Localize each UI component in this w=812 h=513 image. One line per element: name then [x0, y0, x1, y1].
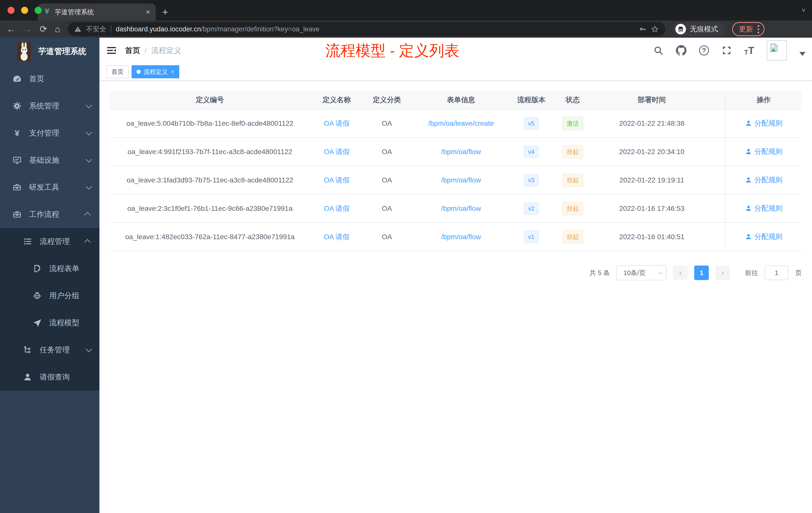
browser-chrome: 芋道管理系统 × + ˅ ← → ⟳ ⌂ 不安全 dashboard.yudao…	[0, 0, 812, 38]
definition-category: OA	[363, 205, 411, 213]
definition-category: OA	[363, 176, 411, 184]
assign-rule-button[interactable]: 分配规则	[745, 204, 783, 213]
sidebar-item-leave-query[interactable]: 请假查询	[0, 363, 99, 391]
sidebar-item-system[interactable]: 系统管理	[0, 92, 99, 119]
forward-icon[interactable]: →	[23, 25, 32, 34]
back-icon[interactable]: ←	[6, 25, 16, 34]
definition-table: 定义编号 定义名称 定义分类 表单信息 流程版本 状态 部署时间 操作 oa_l…	[110, 91, 802, 251]
status-badge: 挂起	[562, 174, 583, 187]
search-icon[interactable]	[653, 46, 663, 56]
definition-category: OA	[363, 148, 411, 156]
favicon-plant-icon	[43, 7, 51, 17]
sidebar-item-process-management[interactable]: 流程管理	[0, 228, 99, 255]
github-icon[interactable]	[676, 45, 687, 56]
assign-rule-button[interactable]: 分配规则	[745, 175, 783, 185]
org-tree-icon	[23, 345, 33, 355]
definition-name-link[interactable]: OA 请假	[324, 176, 350, 184]
deploy-time: 2022-01-16 01:40:51	[594, 233, 709, 241]
form-info-link[interactable]: /bpm/oa/leave/create	[428, 119, 494, 127]
goto-page-input[interactable]: 1	[764, 266, 789, 280]
sidebar-item-label: 用户分组	[49, 291, 79, 301]
sidebar-item-task-management[interactable]: 任务管理	[0, 336, 99, 363]
goto-label: 前往	[745, 269, 758, 277]
fixed-column-separator	[725, 91, 726, 251]
form-info-link[interactable]: /bpm/oa/flow	[441, 233, 481, 241]
form-info-link[interactable]: /bpm/oa/flow	[441, 176, 481, 184]
sidebar-fold-hamburger-icon[interactable]	[106, 45, 117, 56]
assign-rule-button[interactable]: 分配规则	[745, 118, 783, 128]
chevron-down-icon	[86, 346, 92, 352]
tab-search-chevron-icon[interactable]: ˅	[802, 6, 806, 14]
breadcrumb-home[interactable]: 首页	[125, 46, 140, 56]
definition-name-link[interactable]: OA 请假	[324, 233, 350, 241]
definition-name-link[interactable]: OA 请假	[324, 205, 350, 212]
sidebar-item-process-form[interactable]: 流程表单	[0, 255, 99, 282]
avatar-caret-down-icon[interactable]	[800, 52, 806, 56]
deploy-time: 2022-01-22 19:19:11	[594, 176, 709, 184]
update-label: 更新	[739, 24, 753, 34]
tag-home[interactable]: 首页	[107, 65, 128, 78]
version-badge: v4	[524, 146, 539, 158]
sidebar-item-label: 流程模型	[49, 318, 79, 328]
fullscreen-icon[interactable]	[722, 46, 732, 56]
page-size-select[interactable]: 10条/页	[616, 265, 667, 280]
table-row: oa_leave:3:1fad3d93-7b75-11ec-a3c8-acde4…	[110, 166, 802, 194]
breadcrumb-separator: /	[145, 46, 147, 55]
assign-rule-label: 分配规则	[754, 118, 783, 128]
minimize-window-button[interactable]	[21, 7, 28, 14]
sidebar-item-process-model[interactable]: 流程模型	[0, 309, 99, 336]
table-row: oa_leave:2:3c1f0ef1-76b1-11ec-9c66-a2380…	[110, 194, 802, 223]
bookmark-star-icon[interactable]	[651, 25, 659, 33]
form-info-link[interactable]: /bpm/oa/flow	[441, 148, 481, 156]
sidebar-item-user-group[interactable]: 用户分组	[0, 282, 99, 309]
home-icon[interactable]: ⌂	[55, 25, 60, 34]
font-size-icon[interactable]: TT	[744, 46, 754, 56]
browser-addressbar: ← → ⟳ ⌂ 不安全 dashboard.yudao.iocoder.cn/b…	[0, 21, 812, 38]
chevron-down-icon	[659, 270, 663, 274]
sidebar-item-label: 研发工具	[29, 182, 59, 192]
url-path: /bpm/manager/definition?key=oa_leave	[201, 25, 319, 33]
assign-rule-button[interactable]: 分配规则	[745, 147, 783, 156]
url-host: dashboard.yudao.iocoder.cn	[116, 25, 201, 33]
definition-name-link[interactable]: OA 请假	[324, 119, 350, 127]
main-area: 首页 / 流程定义 流程模型 - 定义列表 ? TT	[99, 38, 812, 513]
form-info-link[interactable]: /bpm/oa/flow	[441, 205, 481, 212]
tag-process-definition[interactable]: 流程定义 ×	[132, 65, 179, 78]
new-tab-button[interactable]: +	[162, 7, 168, 17]
user-icon	[745, 176, 752, 183]
column-header: 操作	[726, 95, 802, 105]
assign-rule-button[interactable]: 分配规则	[745, 232, 783, 241]
help-icon[interactable]: ?	[699, 46, 709, 56]
sidebar-item-infrastructure[interactable]: 基础设施	[0, 147, 99, 174]
prev-page-button[interactable]: ‹	[673, 266, 688, 280]
dashboard-gauge-icon	[12, 74, 22, 84]
status-badge: 激活	[562, 117, 583, 130]
browser-update-button[interactable]: 更新	[732, 22, 764, 36]
password-key-icon[interactable]	[639, 25, 646, 33]
tag-close-icon[interactable]: ×	[171, 68, 174, 75]
not-secure-warning-icon	[74, 26, 81, 33]
sidebar-logo[interactable]: 芋道管理系统	[0, 38, 99, 65]
close-window-button[interactable]	[7, 7, 14, 14]
sidebar-item-label: 流程管理	[40, 236, 70, 247]
maximize-window-button[interactable]	[35, 7, 42, 14]
tag-label: 首页	[112, 68, 123, 76]
sidebar-item-payment[interactable]: ¥ 支付管理	[0, 119, 99, 147]
sidebar-item-dev-tools[interactable]: 研发工具	[0, 174, 99, 201]
user-icon	[745, 205, 752, 212]
avatar[interactable]	[767, 40, 787, 60]
window-controls	[7, 7, 42, 14]
sidebar-item-home[interactable]: 首页	[0, 65, 99, 92]
url-bar[interactable]: 不安全 dashboard.yudao.iocoder.cn/bpm/manag…	[68, 22, 665, 36]
browser-menu-kebab-icon[interactable]	[757, 25, 759, 33]
browser-tab[interactable]: 芋道管理系统 ×	[38, 3, 156, 21]
tab-close-icon[interactable]: ×	[146, 8, 150, 16]
reload-icon[interactable]: ⟳	[40, 25, 47, 34]
definition-name-link[interactable]: OA 请假	[324, 148, 350, 156]
next-page-button[interactable]: ›	[715, 266, 730, 280]
sidebar-item-workflow[interactable]: 工作流程	[0, 201, 99, 228]
page-number-button[interactable]: 1	[694, 266, 709, 280]
version-badge: v5	[524, 117, 539, 130]
column-header: 表单信息	[411, 95, 511, 105]
list-tree-icon	[23, 236, 33, 246]
